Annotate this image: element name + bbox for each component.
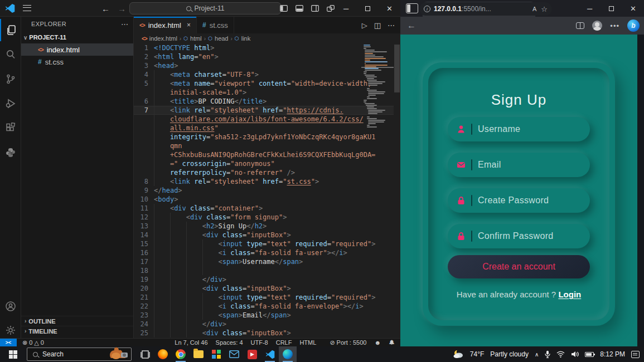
create-account-button[interactable]: Create an account xyxy=(448,255,590,278)
bing-discover-icon[interactable]: b xyxy=(627,19,640,32)
username-field[interactable]: Username xyxy=(448,117,590,141)
tab-actions-icon[interactable] xyxy=(406,3,418,13)
code-row[interactable]: referrerpolicy="no-referrer" /> xyxy=(134,168,400,177)
split-screen-icon[interactable] xyxy=(576,22,584,29)
outline-section[interactable]: › OUTLINE xyxy=(21,316,133,326)
code-row[interactable]: 14<div class="inputBox"> xyxy=(134,231,400,239)
task-view-icon[interactable] xyxy=(136,346,154,362)
close-button[interactable]: ✕ xyxy=(379,0,400,17)
mail-icon[interactable] xyxy=(225,346,243,362)
code-row[interactable]: 13<h2>Sign Up</h2> xyxy=(134,222,400,231)
code-row[interactable]: 23<span>Email</span> xyxy=(134,311,400,320)
firefox-icon[interactable] xyxy=(154,346,172,362)
file-explorer-icon[interactable] xyxy=(190,346,207,362)
explorer-icon[interactable] xyxy=(0,19,21,41)
bell-icon[interactable]: 🔔︎ xyxy=(389,339,395,346)
python-extension-icon[interactable] xyxy=(0,141,21,164)
tab-index-html[interactable]: <> index.html × xyxy=(134,17,197,33)
code-row[interactable]: 2<html lang="en"> xyxy=(134,52,400,61)
minimize-button[interactable]: ─ xyxy=(579,0,601,17)
code-row[interactable]: 10<body> xyxy=(134,195,400,204)
split-editor-icon[interactable]: ◫ xyxy=(374,21,381,30)
code-row[interactable]: 7<link rel="stylesheet" href="https://cd… xyxy=(134,106,400,115)
code-row[interactable]: qmn xyxy=(134,141,400,150)
tray-chevron-icon[interactable]: ∧ xyxy=(535,351,539,358)
create-password-field[interactable]: Create Password xyxy=(448,188,590,213)
toggle-sidebar-icon[interactable] xyxy=(280,5,288,12)
forward-button[interactable]: → xyxy=(118,4,126,13)
file-st-css[interactable]: # st.css xyxy=(21,56,133,68)
chrome-icon[interactable] xyxy=(172,346,190,362)
login-link[interactable]: Login xyxy=(558,290,581,299)
code-row[interactable]: =" crossorigin="anonymous" xyxy=(134,159,400,168)
code-row[interactable]: 21<input type="text" required="required"… xyxy=(134,293,400,302)
media-app-icon[interactable] xyxy=(243,346,261,362)
close-button[interactable]: ✕ xyxy=(622,0,644,17)
editor-more-icon[interactable]: ⋯ xyxy=(388,21,395,30)
code-row[interactable]: 11<div class="container"> xyxy=(134,204,400,213)
run-button[interactable]: ▷ xyxy=(362,21,367,30)
code-row[interactable]: 6<title>BP CODING</title> xyxy=(134,97,400,106)
customize-layout-icon[interactable] xyxy=(327,5,335,12)
cursor-position[interactable]: Ln 7, Col 46 xyxy=(175,339,207,346)
menu-icon[interactable] xyxy=(23,5,31,11)
code-row[interactable]: 4<meta charset="UTF-8"> xyxy=(134,70,400,79)
remote-indicator[interactable]: >< xyxy=(0,339,17,347)
microphone-icon[interactable] xyxy=(545,350,550,358)
page-scrollbar[interactable] xyxy=(637,35,644,346)
code-row[interactable]: 24</div> xyxy=(134,320,400,329)
taskbar-search-box[interactable]: Search xyxy=(27,348,132,361)
indentation[interactable]: Spaces: 4 xyxy=(216,339,243,346)
code-row[interactable]: 3<head> xyxy=(134,61,400,70)
extensions-icon[interactable] xyxy=(0,117,21,139)
back-button[interactable]: ← xyxy=(407,21,416,31)
code-row[interactable]: +CShxbuBusANI9QpRohGBreCFkKxLhei6S9CQXFE… xyxy=(134,150,400,159)
code-row[interactable]: cloudflare.com/ajax/libs/font-awesome/6.… xyxy=(134,115,400,124)
search-view-icon[interactable] xyxy=(0,43,21,66)
code-row[interactable]: integrity="sha512-z3gLpd7yknf1YoNbCzqRKc… xyxy=(134,133,400,141)
battery-icon[interactable] xyxy=(585,352,594,357)
email-field[interactable]: Email xyxy=(448,153,590,177)
vscode-taskbar-icon[interactable] xyxy=(261,346,279,362)
read-aloud-icon[interactable]: A xyxy=(532,6,536,12)
back-button[interactable]: ← xyxy=(101,4,110,13)
code-row[interactable]: 15<input type="text" required="required"… xyxy=(134,239,400,248)
confirm-password-field[interactable]: Confirm Password xyxy=(448,224,590,248)
file-index-html[interactable]: <> index.html xyxy=(21,43,133,56)
start-button[interactable] xyxy=(0,346,26,362)
minimize-button[interactable]: ─ xyxy=(335,0,357,17)
breadcrumb[interactable]: <> index.html ›⬡ html ›⬡ head ›⬡ link xyxy=(134,33,400,43)
code-row[interactable]: 25<div class="inputBox"> xyxy=(134,329,400,337)
timeline-section[interactable]: › TIMELINE xyxy=(21,326,133,336)
code-row[interactable]: 19</div> xyxy=(134,275,400,284)
code-row[interactable]: 17<span>Username</span> xyxy=(134,257,400,266)
toggle-panel-icon[interactable] xyxy=(296,5,303,12)
accounts-icon[interactable] xyxy=(0,295,21,317)
code-row[interactable]: 20<div class="inputBox"> xyxy=(134,284,400,293)
code-row[interactable]: 8<link rel="stylesheet" href="st.css"> xyxy=(134,177,400,186)
maximize-button[interactable] xyxy=(601,0,622,17)
wifi-icon[interactable] xyxy=(556,351,565,358)
code-row[interactable]: 12<div class="form signup"> xyxy=(134,213,400,222)
edge-taskbar-icon[interactable] xyxy=(279,346,297,362)
weather-temp[interactable]: 74°F xyxy=(470,350,484,358)
code-row[interactable]: 18 xyxy=(134,266,400,275)
maximize-button[interactable] xyxy=(357,0,379,17)
notification-center-icon[interactable] xyxy=(631,351,640,358)
close-tab-icon[interactable]: × xyxy=(187,21,191,29)
app-grid-icon[interactable] xyxy=(207,346,225,362)
toggle-secondary-sidebar-icon[interactable] xyxy=(311,5,319,12)
site-info-icon[interactable]: i xyxy=(424,6,430,12)
code-row[interactable]: 9</head> xyxy=(134,186,400,195)
code-row[interactable]: initial-scale=1.0"> xyxy=(134,88,400,97)
command-center-search[interactable]: Project-11 xyxy=(129,2,281,14)
address-bar[interactable]: i 127.0.0.1:5500/in... A ☆ xyxy=(419,2,552,16)
code-row[interactable]: 16<i class="fa-solid fa-user"></i> xyxy=(134,248,400,257)
code-row[interactable]: 22<i class="fa-solid fa-envelope"></i> xyxy=(134,302,400,311)
weather-icon[interactable] xyxy=(453,349,464,359)
profile-avatar[interactable] xyxy=(592,21,602,31)
encoding[interactable]: UTF-8 xyxy=(251,339,268,346)
live-server-port[interactable]: ⊘Port : 5500 xyxy=(330,339,366,346)
clock[interactable]: 8:12 PM xyxy=(600,350,625,358)
project-folder[interactable]: ∨ PROJECT-11 xyxy=(21,31,133,43)
